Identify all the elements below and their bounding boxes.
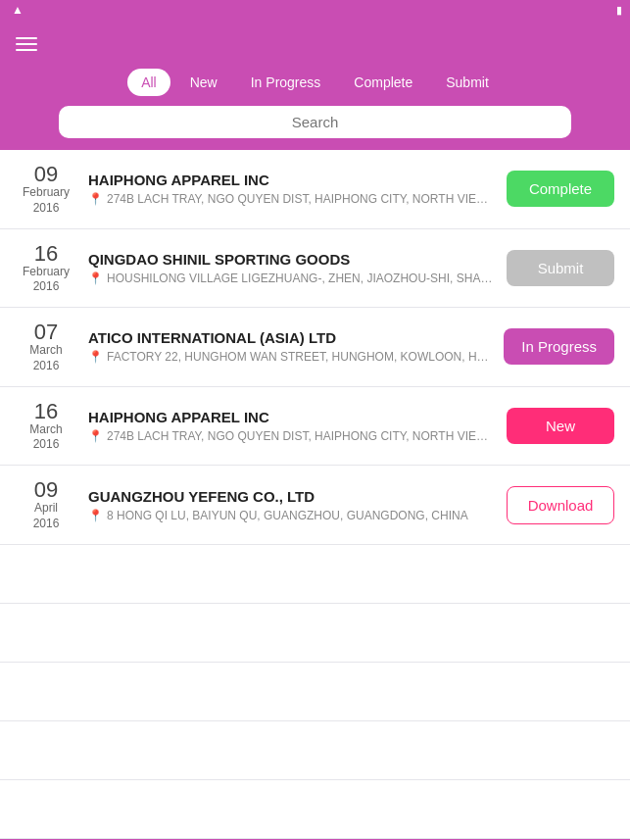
- date-year: 2016: [16, 201, 76, 215]
- tab-new[interactable]: New: [176, 69, 231, 96]
- empty-row: [0, 721, 630, 780]
- tab-submit[interactable]: Submit: [432, 69, 503, 96]
- address-text: 274B LACH TRAY, NGO QUYEN DIST, HAIPHONG…: [107, 429, 495, 443]
- action-col: Download: [507, 486, 614, 524]
- date-year: 2016: [16, 437, 76, 451]
- empty-rows: [0, 545, 630, 839]
- location-icon: 📍: [88, 350, 103, 364]
- status-button[interactable]: New: [507, 408, 614, 444]
- date-day: 16: [16, 401, 76, 422]
- action-col: Complete: [507, 171, 614, 207]
- date-col: 16 February 2016: [16, 243, 76, 294]
- date-month: February: [16, 265, 76, 280]
- empty-row: [0, 604, 630, 663]
- company-name: HAIPHONG APPAREL INC: [88, 409, 495, 425]
- address-row: 📍 8 HONG QI LU, BAIYUN QU, GUANGZHOU, GU…: [88, 509, 495, 522]
- tab-complete[interactable]: Complete: [340, 69, 426, 96]
- search-input[interactable]: [59, 106, 571, 138]
- company-name: QINGDAO SHINIL SPORTING GOODS: [88, 251, 495, 268]
- list-item: 07 March 2016 ATICO INTERNATIONAL (ASIA)…: [0, 308, 630, 387]
- info-col: QINGDAO SHINIL SPORTING GOODS 📍 HOUSHILO…: [88, 251, 495, 285]
- company-name: GUANGZHOU YEFENG CO., LTD: [88, 488, 495, 505]
- info-col: GUANGZHOU YEFENG CO., LTD 📍 8 HONG QI LU…: [88, 488, 495, 522]
- empty-row: [0, 545, 630, 604]
- location-icon: 📍: [88, 272, 103, 285]
- date-year: 2016: [16, 279, 76, 293]
- status-bar-left: ▲: [8, 3, 24, 17]
- list-container: 09 February 2016 HAIPHONG APPAREL INC 📍 …: [0, 150, 630, 545]
- address-row: 📍 274B LACH TRAY, NGO QUYEN DIST, HAIPHO…: [88, 429, 495, 443]
- date-day: 16: [16, 243, 76, 265]
- status-bar: ▲ ▮: [0, 0, 630, 20]
- search-container: [0, 106, 630, 150]
- status-button[interactable]: In Progress: [504, 328, 614, 365]
- date-month: April: [16, 501, 76, 517]
- address-row: 📍 FACTORY 22, HUNGHOM WAN STREET, HUNGHO…: [88, 350, 492, 364]
- action-col: In Progress: [504, 328, 614, 365]
- status-bar-right: ▮: [612, 4, 622, 17]
- list-item: 09 April 2016 GUANGZHOU YEFENG CO., LTD …: [0, 466, 630, 545]
- status-button[interactable]: Complete: [507, 171, 614, 207]
- address-row: 📍 HOUSHILONG VILLAGE LIGEZHUANG-, ZHEN, …: [88, 272, 495, 285]
- header: [0, 20, 630, 69]
- action-col: Submit: [507, 250, 614, 286]
- date-year: 2016: [16, 359, 76, 372]
- date-month: March: [16, 422, 76, 438]
- battery-icon: ▮: [616, 4, 622, 17]
- tab-all[interactable]: All: [127, 69, 170, 96]
- info-col: HAIPHONG APPAREL INC 📍 274B LACH TRAY, N…: [88, 172, 495, 206]
- menu-button[interactable]: [16, 37, 37, 51]
- company-name: ATICO INTERNATIONAL (ASIA) LTD: [88, 329, 492, 346]
- address-text: FACTORY 22, HUNGHOM WAN STREET, HUNGHOM,…: [107, 350, 492, 364]
- address-text: 274B LACH TRAY, NGO QUYEN DIST, HAIPHONG…: [107, 192, 495, 206]
- location-icon: 📍: [88, 509, 103, 522]
- status-button[interactable]: Submit: [507, 250, 614, 286]
- address-text: 8 HONG QI LU, BAIYUN QU, GUANGZHOU, GUAN…: [107, 509, 468, 522]
- list-item: 16 February 2016 QINGDAO SHINIL SPORTING…: [0, 229, 630, 309]
- date-col: 07 March 2016: [16, 321, 76, 372]
- date-col: 09 February 2016: [16, 164, 76, 215]
- date-day: 09: [16, 479, 76, 501]
- info-col: HAIPHONG APPAREL INC 📍 274B LACH TRAY, N…: [88, 409, 495, 443]
- location-icon: 📍: [88, 192, 103, 206]
- company-name: HAIPHONG APPAREL INC: [88, 172, 495, 188]
- tab-bar: All New In Progress Complete Submit: [0, 69, 630, 106]
- list-item: 09 February 2016 HAIPHONG APPAREL INC 📍 …: [0, 150, 630, 229]
- address-text: HOUSHILONG VILLAGE LIGEZHUANG-, ZHEN, JI…: [107, 272, 495, 285]
- date-year: 2016: [16, 517, 76, 530]
- empty-row: [0, 663, 630, 721]
- date-month: March: [16, 343, 76, 359]
- date-col: 16 March 2016: [16, 401, 76, 452]
- date-month: February: [16, 185, 76, 201]
- date-day: 07: [16, 321, 76, 343]
- status-button[interactable]: Download: [507, 486, 614, 524]
- info-col: ATICO INTERNATIONAL (ASIA) LTD 📍 FACTORY…: [88, 329, 492, 364]
- tab-inprogress[interactable]: In Progress: [237, 69, 335, 96]
- location-icon: 📍: [88, 429, 103, 443]
- date-col: 09 April 2016: [16, 479, 76, 530]
- empty-row: [0, 780, 630, 839]
- address-row: 📍 274B LACH TRAY, NGO QUYEN DIST, HAIPHO…: [88, 192, 495, 206]
- list-item: 16 March 2016 HAIPHONG APPAREL INC 📍 274…: [0, 387, 630, 467]
- action-col: New: [507, 408, 614, 444]
- date-day: 09: [16, 164, 76, 185]
- wifi-icon: ▲: [12, 3, 24, 17]
